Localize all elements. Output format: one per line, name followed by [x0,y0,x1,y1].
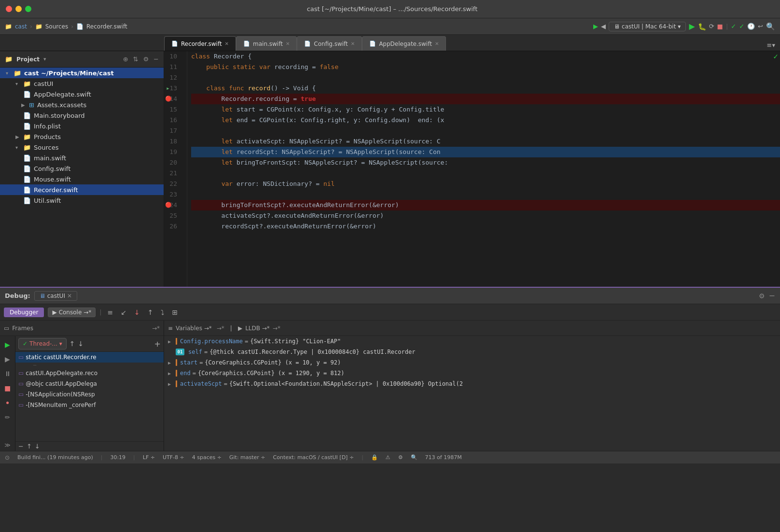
debug-button[interactable]: 🐛 [698,23,706,30]
settings-icon[interactable]: ⚙ [143,56,149,63]
tab-close-1[interactable]: ✕ [286,41,290,46]
products-label: Products [34,133,61,140]
close-button[interactable] [6,6,12,12]
step-over-btn[interactable]: ≡ [106,308,115,317]
debugger-tab[interactable]: Debugger [4,308,44,317]
tab-close-0[interactable]: ✕ [225,41,229,46]
sidebar-item-infoplist[interactable]: 📄 Info.plist [0,121,164,131]
lldb-pin[interactable]: →* [273,325,280,332]
play-btn[interactable]: ▶ [2,353,14,365]
frame-item-4[interactable]: ▭ -[NSMenuItem _corePerf [15,400,164,410]
breadcrumb-file[interactable]: Recorder.swift [86,23,127,30]
scheme-selector[interactable]: 🖥 castUI | Mac 64-bit ▾ [609,22,686,31]
variables-pin[interactable]: →* [217,325,224,332]
frames-collapse-btn[interactable]: − [18,443,24,450]
step-into-btn[interactable]: ↙ [119,308,128,317]
frames-scroll-up[interactable]: ↑ [27,443,32,450]
frame-item-0[interactable]: ▭ static castUI.Recorder.re [15,352,164,363]
search-icon[interactable]: 🔍 [766,22,775,31]
debug-session-close[interactable]: ✕ [67,293,72,299]
breadcrumb-project[interactable]: cast [15,23,27,30]
sidebar-item-products[interactable]: ▶ 📁 Products [0,131,164,142]
var-item-2[interactable]: ▶ start = {CoreGraphics.CGPoint} (x = 10… [164,357,780,368]
hide-sidebar-icon[interactable]: − [153,56,159,63]
code-area[interactable]: 10 11 12 13 ▸ 14 🔴 15 16 17 18 19 20 21 … [164,51,780,287]
var-item-3[interactable]: ▶ end = {CoreGraphics.CGPoint} (x = 1290… [164,368,780,378]
pause-btn[interactable]: ⏸ [2,368,14,379]
code-line-25: activateScpt?.executeAndReturnError(&err… [191,210,780,221]
tab-recorder-swift[interactable]: 📄 Recorder.swift ✕ [164,36,236,51]
thread-up-btn[interactable]: ↑ [70,340,75,348]
code-lines[interactable]: ✓ class Recorder { public static var rec… [187,51,780,287]
tab-close-2[interactable]: ✕ [351,41,355,46]
step-out-btn[interactable]: ↓ [132,308,142,317]
castui-arrow: ▾ [15,81,21,86]
coverage-button[interactable]: ⟳ [709,23,714,30]
var-item-1[interactable]: 01 self = {@thick castUI.Recorder.Type |… [164,347,780,357]
sidebar-item-appdelegate[interactable]: 📄 AppDelegate.swift [0,89,164,99]
thread-selector[interactable]: ✓ Thread-... ▾ [18,338,67,350]
dot-btn[interactable]: • [2,397,14,408]
frame-item-2[interactable]: ▭ @objc castUI.AppDelega [15,378,164,389]
add-icon[interactable]: ⊕ [123,56,128,63]
sidebar-root[interactable]: ▾ 📁 cast ~/Projects/Mine/cast [0,68,164,78]
undo-icon[interactable]: ↩ [758,23,763,30]
back-icon[interactable]: ◀ [601,23,606,30]
history-icon[interactable]: 🕐 [747,23,755,30]
sidebar-item-util-swift[interactable]: 📄 Util.swift [0,195,164,206]
frame-item-3[interactable]: ▭ -[NSApplication(NSResp [15,389,164,400]
line-num-19: 19 [164,147,181,157]
stop-btn-debug[interactable]: ■ [2,382,14,394]
var-item-0[interactable]: ▶ Config.processName = {Swift.String} "C… [164,336,780,347]
resume-btn[interactable]: ▶ [2,339,14,350]
frame-label-4: -[NSMenuItem _corePerf [26,402,96,408]
frame-item-1[interactable]: ▭ castUI.AppDelegate.reco [15,368,164,378]
status-encoding-utf[interactable]: UTF-8 ÷ [163,454,184,461]
settings2-icon[interactable]: ⚙ [398,454,403,461]
project-dropdown-arrow[interactable]: ▾ [43,56,46,62]
stop-button[interactable]: ■ [717,23,723,30]
var-colorbar-3 [176,370,177,377]
maximize-button[interactable] [25,6,31,12]
debug-settings-icon[interactable]: ⚙ [759,292,765,300]
var-item-4[interactable]: ▶ activateScpt = {Swift.Optional<Foundat… [164,378,780,389]
sidebar-item-mouse-swift[interactable]: 📄 Mouse.swift [0,174,164,184]
debug-minimize-icon[interactable]: − [769,291,775,300]
run-button[interactable]: ▶ [689,22,695,31]
status-git[interactable]: Git: master ÷ [229,454,265,461]
thread-down-btn[interactable]: ↓ [78,340,84,348]
edit-btn[interactable]: ✏ [2,411,14,423]
sidebar-item-castui[interactable]: ▾ 📁 castUI [0,78,164,89]
sidebar-item-assets[interactable]: ▶ ⊞ Assets.xcassets [0,99,164,110]
breadcrumb-sources[interactable]: Sources [45,23,68,30]
sidebar-item-main-swift[interactable]: 📄 main.swift [0,153,164,163]
sidebar-item-recorder-swift[interactable]: 📄 Recorder.swift [0,184,164,195]
tab-appdelegate-swift[interactable]: 📄 AppDelegate.swift ✕ [362,36,446,51]
console-tab[interactable]: ▶ Console →* [48,308,96,317]
status-encoding-lf[interactable]: LF ÷ [143,454,155,461]
tabs-overflow[interactable]: ≡▾ [762,40,780,51]
add-frame-btn[interactable]: + [154,339,161,349]
grid-btn[interactable]: ⊞ [170,308,180,317]
run-icon[interactable]: ▶ [593,23,598,30]
frames-pin-icon[interactable]: →* [152,325,160,332]
tab-close-3[interactable]: ✕ [435,41,439,46]
infoplist-icon: 📄 [23,123,31,130]
run-to-cursor-btn[interactable]: ↑ [146,308,155,317]
filter-icon[interactable]: ⇅ [133,56,139,63]
tab-main-swift[interactable]: 📄 main.swift ✕ [236,36,297,51]
check2-icon[interactable]: ✓ [739,23,744,30]
evaluate-btn[interactable]: ⤵ [159,308,166,317]
frames-scroll-down[interactable]: ↓ [35,443,40,450]
debug-session-tab[interactable]: 🖥 castUI ✕ [34,291,77,301]
status-indent[interactable]: 4 spaces ÷ [192,454,222,461]
minimize-button[interactable] [15,6,22,12]
sidebar-item-config-swift[interactable]: 📄 Config.swift [0,163,164,174]
search2-icon[interactable]: 🔍 [411,454,418,461]
sidebar-item-storyboard[interactable]: 📄 Main.storyboard [0,110,164,121]
more-btn[interactable]: ≫ [2,439,14,451]
tab-config-swift[interactable]: 📄 Config.swift ✕ [297,36,362,51]
check1-icon[interactable]: ✓ [731,23,736,30]
sidebar-item-sources[interactable]: ▾ 📁 Sources [0,142,164,153]
status-context[interactable]: Context: macOS / castUI [D] ÷ [273,454,354,461]
